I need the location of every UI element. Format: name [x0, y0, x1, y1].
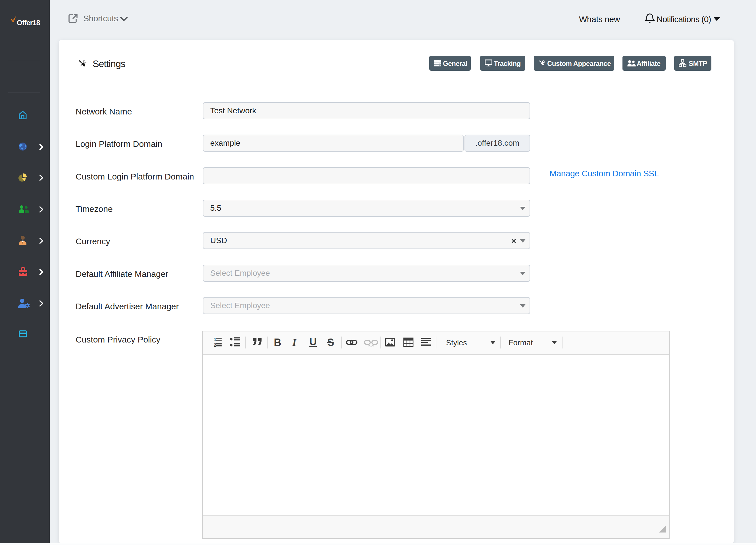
svg-text:2: 2: [214, 342, 216, 348]
svg-text:”: ”: [251, 332, 263, 360]
svg-text:Styles: Styles: [446, 338, 467, 347]
svg-text:I: I: [292, 337, 297, 348]
svg-text:B: B: [274, 336, 281, 348]
svg-text:Format: Format: [509, 338, 533, 347]
svg-text:S: S: [327, 336, 334, 348]
svg-text:1: 1: [214, 337, 216, 342]
svg-text:U: U: [309, 336, 317, 347]
